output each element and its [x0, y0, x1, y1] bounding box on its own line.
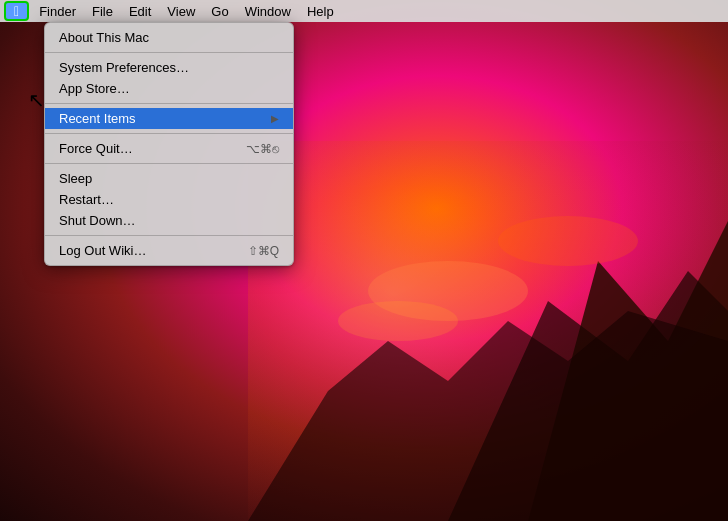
svg-point-5 — [338, 301, 458, 341]
force-quit-shortcut: ⌥⌘⎋ — [246, 142, 279, 156]
menu-item-force-quit[interactable]: Force Quit… ⌥⌘⎋ — [45, 138, 293, 159]
menubar-edit[interactable]: Edit — [121, 0, 159, 22]
menu-item-app-store[interactable]: App Store… — [45, 78, 293, 99]
logout-shortcut: ⇧⌘Q — [248, 244, 279, 258]
apple-menu-button[interactable]:  — [4, 1, 29, 21]
menu-item-logout[interactable]: Log Out Wiki… ⇧⌘Q — [45, 240, 293, 261]
menu-item-sleep[interactable]: Sleep — [45, 168, 293, 189]
mountain-silhouette — [248, 141, 728, 521]
apple-logo-icon:  — [14, 4, 19, 18]
menu-separator-4 — [45, 163, 293, 164]
menubar-finder[interactable]: Finder — [31, 0, 84, 22]
menu-item-system-prefs[interactable]: System Preferences… — [45, 57, 293, 78]
submenu-arrow-icon: ▶ — [271, 113, 279, 124]
menu-item-shutdown[interactable]: Shut Down… — [45, 210, 293, 231]
menu-separator-1 — [45, 52, 293, 53]
menubar:  Finder File Edit View Go Window Help — [0, 0, 728, 22]
svg-point-6 — [498, 216, 638, 266]
menu-separator-3 — [45, 133, 293, 134]
menu-separator-2 — [45, 103, 293, 104]
menubar-go[interactable]: Go — [203, 0, 236, 22]
menubar-file[interactable]: File — [84, 0, 121, 22]
menu-item-restart[interactable]: Restart… — [45, 189, 293, 210]
menubar-help[interactable]: Help — [299, 0, 342, 22]
menubar-view[interactable]: View — [159, 0, 203, 22]
menu-item-about[interactable]: About This Mac — [45, 27, 293, 48]
menu-item-recent-items[interactable]: Recent Items ▶ — [45, 108, 293, 129]
menubar-window[interactable]: Window — [237, 0, 299, 22]
menu-separator-5 — [45, 235, 293, 236]
apple-dropdown-menu: About This Mac System Preferences… App S… — [44, 22, 294, 266]
